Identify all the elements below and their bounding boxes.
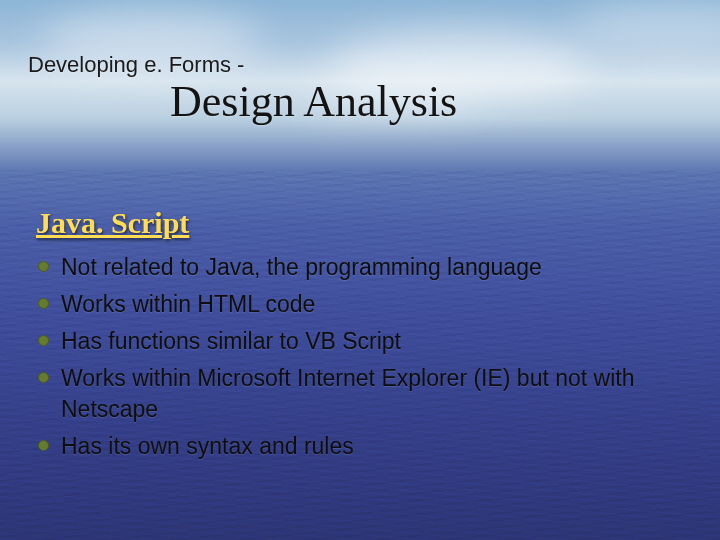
bullet-text: Has its own syntax and rules <box>61 431 692 462</box>
list-item: Works within HTML code <box>38 289 692 320</box>
bullet-text: Works within HTML code <box>61 289 692 320</box>
cloud-decoration <box>570 0 720 55</box>
bullet-text: Works within Microsoft Internet Explorer… <box>61 363 692 425</box>
bullet-icon <box>38 298 49 309</box>
bullet-list: Not related to Java, the programming lan… <box>38 252 692 468</box>
list-item: Has functions similar to VB Script <box>38 326 692 357</box>
bullet-icon <box>38 335 49 346</box>
section-heading: Java. Script <box>36 206 189 240</box>
list-item: Not related to Java, the programming lan… <box>38 252 692 283</box>
bullet-icon <box>38 440 49 451</box>
slide: Developing e. Forms - Design Analysis Ja… <box>0 0 720 540</box>
list-item: Has its own syntax and rules <box>38 431 692 462</box>
bullet-text: Has functions similar to VB Script <box>61 326 692 357</box>
bullet-text: Not related to Java, the programming lan… <box>61 252 692 283</box>
list-item: Works within Microsoft Internet Explorer… <box>38 363 692 425</box>
kicker-text: Developing e. Forms - <box>28 52 244 78</box>
page-title: Design Analysis <box>170 76 457 127</box>
bullet-icon <box>38 372 49 383</box>
bullet-icon <box>38 261 49 272</box>
